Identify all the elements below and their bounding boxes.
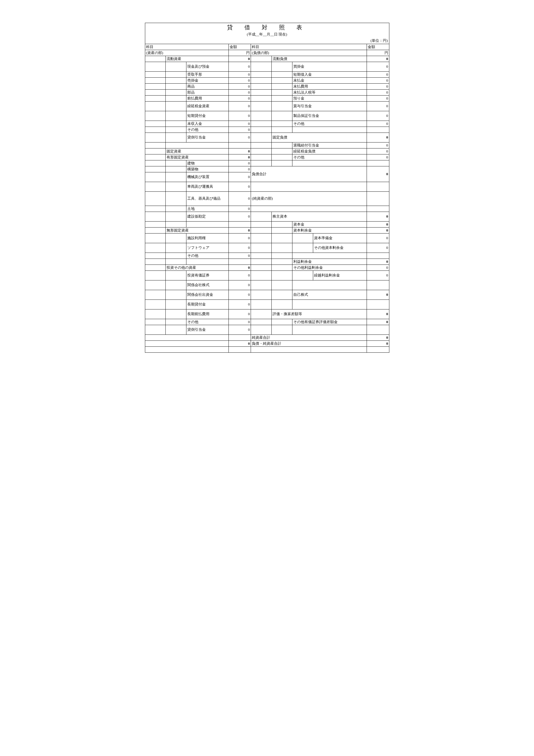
- table-row: 部品0 未払法人税等0: [145, 90, 389, 95]
- cell-amt: 0: [367, 72, 389, 78]
- cell: 未払費用: [292, 84, 367, 90]
- table-row: 建物0: [145, 160, 389, 166]
- cell-amt: 0: [228, 271, 251, 281]
- table-row: (資産の部) 円 (負債の部) 円: [145, 50, 389, 56]
- liab-section: (負債の部): [251, 50, 367, 56]
- cell: 受取手形: [187, 72, 229, 78]
- cell: 未払法人税等: [292, 90, 367, 95]
- cell: 流動負債: [272, 56, 367, 62]
- table-row: 長期貸付金0: [145, 300, 389, 310]
- cell-amt: 0: [367, 84, 389, 90]
- cell-amt: 0: [228, 243, 251, 253]
- cell-amt: 0: [228, 101, 251, 111]
- table-row: 商品0 未払費用0: [145, 84, 389, 90]
- table-row: 貸倒引当金0: [145, 325, 389, 335]
- liab-net-total: 負債・純資産合計: [251, 341, 367, 347]
- net-assets-section: (純資産の部): [251, 192, 367, 206]
- cell: 退職給付引当金: [292, 143, 367, 148]
- cell: 流動資産: [166, 56, 228, 62]
- cell-amt: 0: [367, 341, 389, 347]
- cell-amt: 0: [367, 212, 389, 222]
- table-row: 工具、器具及び備品0 (純資産の部): [145, 192, 389, 206]
- cell: 施設利用権: [187, 233, 229, 243]
- hdr-left-item: 科目: [145, 44, 228, 50]
- cell: 関係会社株式: [187, 281, 229, 290]
- cell-amt: 0: [367, 154, 389, 160]
- cell: 貸倒引当金: [187, 325, 229, 335]
- cell: 構築物: [187, 166, 229, 172]
- cell: その他: [292, 121, 367, 127]
- cell: その他: [187, 319, 229, 325]
- cell-amt: 0: [228, 300, 251, 310]
- table-row: 受取手形0 短期借入金0: [145, 72, 389, 78]
- cell-amt: 0: [228, 192, 251, 206]
- table-row: その他0 その他有価証券評価差額金0: [145, 319, 389, 325]
- cell-yen: 円: [228, 50, 251, 56]
- table-row: 施設利用権0 資本準備金0: [145, 233, 389, 243]
- table-row: その他0: [145, 127, 389, 133]
- table-row: 投資有価証券0 繰越利益剰余金0: [145, 271, 389, 281]
- table-row: 利益剰余金0: [145, 259, 389, 265]
- liab-total: 負債合計: [251, 166, 367, 182]
- table-row: 建設仮勘定0 株主資本0: [145, 212, 389, 222]
- table-row: 0 負債・純資産合計0: [145, 341, 389, 347]
- hdr-eng-amt: 金額: [228, 44, 251, 50]
- table-row: 無形固定資産0 資本剰余金0: [145, 228, 389, 233]
- balance-sheet: 貸 借 対 照 表 (平成__年__月__日 現在) (単位：円) 科目 金額 …: [145, 23, 389, 353]
- cell: 繰延税金資産: [187, 101, 229, 111]
- cell: 有形固定資産: [166, 154, 228, 160]
- table-row: 有形固定資産0 その他0: [145, 154, 389, 160]
- table-row: 貸倒引当金0 固定負債0: [145, 133, 389, 143]
- cell-amt: 0: [228, 325, 251, 335]
- cell-amt: 0: [228, 148, 251, 154]
- cell: その他利益剰余金: [292, 265, 367, 271]
- cell: その他有価証券評価差額金: [292, 319, 367, 325]
- cell-amt: 0: [228, 233, 251, 243]
- cell: ソフトウェア: [187, 243, 229, 253]
- cell: 工具、器具及び備品: [187, 192, 229, 206]
- cell-amt: 0: [228, 72, 251, 78]
- cell-amt: 0: [228, 228, 251, 233]
- cell: その他: [187, 253, 229, 259]
- table-row: 固定資産0 繰延税金負債0: [145, 148, 389, 154]
- cell: 投資その他の資産: [166, 265, 228, 271]
- table-row: 構築物0 負債合計0: [145, 166, 389, 172]
- cell: 買掛金: [292, 62, 367, 72]
- cell-yen: 円: [367, 50, 389, 56]
- doc-title: 貸 借 対 照 表: [145, 23, 389, 32]
- table-row: 長期前払費用0 評価・換算差額等0: [145, 310, 389, 319]
- table-row: 前払費用0 預り金0: [145, 95, 389, 101]
- cell: 長期貸付金: [187, 300, 229, 310]
- cell-amt: 0: [367, 166, 389, 182]
- table-row: 純資産合計0: [145, 335, 389, 341]
- cell-amt: 0: [367, 310, 389, 319]
- cell: 固定負債: [272, 133, 367, 143]
- cell-amt: 0: [367, 222, 389, 228]
- cell-amt: 0: [228, 121, 251, 127]
- cell-amt: 0: [228, 78, 251, 84]
- table-row: 現金及び預金0 買掛金0: [145, 62, 389, 72]
- cell-amt: 0: [228, 172, 251, 182]
- table-row: 土地0: [145, 206, 389, 212]
- cell: 長期前払費用: [187, 310, 229, 319]
- cell-amt: 0: [228, 182, 251, 192]
- cell-amt: 0: [367, 95, 389, 101]
- cell-amt: 0: [228, 160, 251, 166]
- cell-amt: 0: [228, 166, 251, 172]
- cell: 売掛金: [187, 78, 229, 84]
- cell-amt: 0: [367, 259, 389, 265]
- cell-amt: 0: [367, 290, 389, 300]
- cell-amt: 0: [228, 206, 251, 212]
- table-row: 関係会社株式0: [145, 281, 389, 290]
- cell: 製品保証引当金: [292, 111, 367, 121]
- cell: 投資有価証券: [187, 271, 229, 281]
- cell: 土地: [187, 206, 229, 212]
- cell-amt: 0: [228, 62, 251, 72]
- hdr-right-item: 科目: [251, 44, 367, 50]
- cell: 資本金: [292, 222, 367, 228]
- cell-amt: 0: [367, 243, 389, 253]
- cell: 建物: [187, 160, 229, 166]
- unit-label: (単位：円): [145, 38, 389, 44]
- cell-amt: 0: [228, 253, 251, 259]
- cell: 未収入金: [187, 121, 229, 127]
